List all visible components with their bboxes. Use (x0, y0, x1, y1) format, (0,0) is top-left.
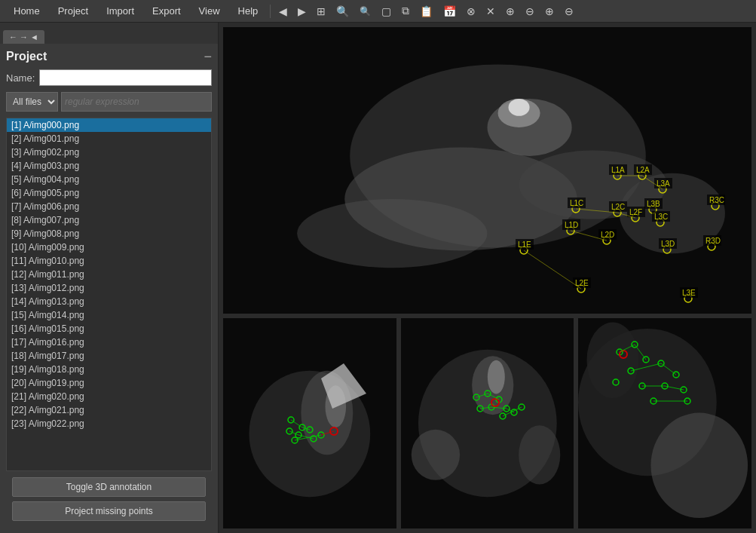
file-list-item[interactable]: [22] A/img021.png (7, 403, 211, 417)
file-list-item[interactable]: [7] A/img006.png (7, 200, 211, 213)
copy-icon[interactable]: ⧉ (398, 3, 413, 19)
file-list-item[interactable]: [13] A/img012.png (7, 281, 211, 295)
name-row: Name: (6, 69, 212, 86)
svg-text:L2A: L2A (636, 166, 650, 174)
svg-text:L3D: L3D (661, 240, 675, 248)
svg-point-6 (509, 99, 530, 116)
file-list-item[interactable]: [17] A/img016.png (7, 335, 211, 349)
zoom-out-icon[interactable]: 🔍 (356, 5, 375, 18)
menu-export[interactable]: Export (145, 2, 188, 20)
thumb1-canvas (223, 318, 396, 528)
svg-text:L3E: L3E (682, 289, 696, 297)
file-list-item[interactable]: [1] A/img000.png (7, 118, 211, 132)
file-list-item[interactable]: [3] A/img002.png (7, 146, 211, 159)
add-icon[interactable]: ⊕ (541, 4, 558, 19)
tab-collapse-arrow: ◄ (30, 32, 38, 41)
svg-point-111 (587, 323, 639, 398)
sidebar-tab[interactable]: ← → ◄ (3, 30, 44, 44)
svg-point-89 (488, 360, 505, 394)
file-filter-select[interactable]: All files (6, 92, 58, 112)
file-list-item[interactable]: [8] A/img007.png (7, 213, 211, 227)
svg-point-90 (411, 430, 459, 480)
file-list-item[interactable]: [18] A/img017.png (7, 349, 211, 363)
toolbar-separator (270, 5, 271, 18)
content-area: L1A L2A L3A R3C L1C (219, 23, 756, 533)
svg-text:R3D: R3D (705, 237, 721, 245)
thumbnail-1[interactable] (223, 318, 396, 528)
thumbnail-3[interactable] (578, 318, 751, 528)
svg-text:L1D: L1D (565, 221, 578, 229)
file-list-item[interactable]: [19] A/img018.png (7, 363, 211, 376)
svg-text:L1A: L1A (611, 166, 625, 174)
file-list-item[interactable]: [11] A/img010.png (7, 254, 211, 268)
file-list-item[interactable]: [6] A/img005.png (7, 186, 211, 200)
svg-text:L1E: L1E (518, 240, 531, 249)
main-image-canvas: L1A L2A L3A R3C L1C (223, 27, 751, 314)
file-list-item[interactable]: [4] A/img003.png (7, 159, 211, 173)
main-layout: ← → ◄ Project − Name: All files [1] A/im… (0, 23, 756, 533)
close-x-icon[interactable]: ✕ (482, 4, 499, 19)
calendar-icon[interactable]: 📅 (439, 4, 460, 19)
svg-text:L3B: L3B (647, 200, 660, 208)
file-list-item[interactable]: [23] A/img022.png (7, 417, 211, 430)
circle-minus-icon[interactable]: ⊖ (522, 4, 538, 19)
menubar: Home Project Import Export View Help ◀ ▶… (0, 0, 756, 23)
sidebar-tabs: ← → ◄ (0, 23, 218, 44)
zoom-in-icon[interactable]: 🔍 (332, 4, 353, 19)
svg-point-91 (519, 425, 560, 484)
name-input[interactable] (39, 69, 212, 86)
svg-text:L2D: L2D (601, 231, 614, 239)
file-list-item[interactable]: [12] A/img011.png (7, 268, 211, 281)
toggle-3d-button[interactable]: Toggle 3D annotation (12, 477, 206, 497)
select-icon[interactable]: ▢ (378, 4, 395, 19)
sidebar-buttons: Toggle 3D annotation Project missing poi… (6, 471, 212, 527)
thumb3-canvas (578, 318, 751, 528)
menu-view[interactable]: View (191, 2, 228, 20)
file-list-item[interactable]: [14] A/img013.png (7, 295, 211, 308)
svg-point-7 (297, 199, 487, 268)
sidebar: ← → ◄ Project − Name: All files [1] A/im… (0, 23, 219, 533)
prev-icon[interactable]: ◀ (275, 4, 291, 19)
file-list[interactable]: [1] A/img000.png[2] A/img001.png[3] A/im… (6, 118, 212, 471)
project-missing-points-button[interactable]: Project missing points (12, 501, 206, 521)
file-list-item[interactable]: [9] A/img008.png (7, 227, 211, 240)
file-list-item[interactable]: [10] A/img009.png (7, 240, 211, 254)
next-icon[interactable]: ▶ (294, 4, 310, 19)
circle-plus-icon[interactable]: ⊕ (502, 4, 519, 19)
file-list-item[interactable]: [16] A/img015.png (7, 322, 211, 335)
thumbnail-row (223, 318, 751, 528)
svg-text:R3C: R3C (709, 196, 724, 204)
project-close-button[interactable]: − (204, 50, 212, 63)
main-image-area[interactable]: L1A L2A L3A R3C L1C (223, 27, 751, 314)
svg-text:L2F: L2F (629, 208, 642, 216)
menu-help[interactable]: Help (231, 2, 266, 20)
tab-left-arrow: ← (9, 32, 17, 41)
project-header: Project − (6, 50, 212, 63)
svg-point-110 (651, 413, 748, 519)
delete-icon[interactable]: ⊗ (463, 4, 479, 19)
clipboard-icon[interactable]: 📋 (416, 4, 436, 19)
name-label: Name: (6, 72, 35, 84)
project-panel: Project − Name: All files [1] A/img000.p… (0, 44, 218, 533)
filter-row: All files (6, 92, 212, 112)
menu-project[interactable]: Project (51, 2, 96, 20)
project-title: Project (6, 50, 47, 63)
svg-text:L1C: L1C (570, 199, 583, 207)
file-list-item[interactable]: [21] A/img020.png (7, 390, 211, 403)
remove-icon[interactable]: ⊖ (561, 4, 577, 19)
file-list-item[interactable]: [15] A/img014.png (7, 308, 211, 322)
file-list-item[interactable]: [5] A/img004.png (7, 173, 211, 186)
thumb2-canvas (401, 318, 574, 528)
grid-icon[interactable]: ⊞ (313, 4, 329, 19)
tab-right-arrow: → (20, 32, 28, 41)
thumbnail-2[interactable] (401, 318, 574, 528)
regex-input[interactable] (61, 92, 212, 112)
file-list-item[interactable]: [20] A/img019.png (7, 376, 211, 390)
svg-text:L3C: L3C (654, 213, 668, 221)
menu-home[interactable]: Home (6, 2, 47, 20)
menu-import[interactable]: Import (99, 2, 142, 20)
svg-text:L2C: L2C (611, 203, 625, 211)
file-list-item[interactable]: [2] A/img001.png (7, 132, 211, 146)
